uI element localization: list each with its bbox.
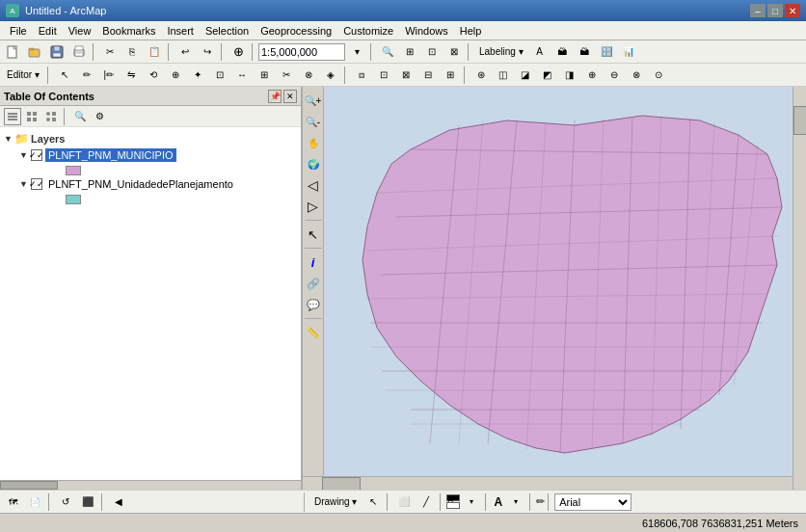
drawing-rect-btn[interactable]: ⬜	[393, 492, 415, 512]
zoom-in-tool[interactable]: 🔍+	[304, 91, 323, 110]
edit-tool12[interactable]: ⊗	[298, 66, 319, 85]
layer2-checkbox[interactable]: ✓	[31, 178, 42, 190]
font-select[interactable]: Arial	[554, 493, 631, 511]
hscroll-thumb[interactable]	[322, 477, 361, 490]
select-tool[interactable]: ↖	[304, 225, 323, 244]
scale-input[interactable]	[258, 43, 345, 61]
redo-btn[interactable]: ↪	[197, 42, 218, 62]
label-tool3[interactable]: 🏔	[574, 42, 595, 62]
edit-more3[interactable]: ◪	[515, 66, 536, 85]
menu-insert[interactable]: Insert	[161, 23, 200, 39]
toc-scroll-thumb[interactable]	[0, 481, 58, 490]
maximize-btn[interactable]: □	[767, 4, 783, 17]
edit-tool2[interactable]: ✏	[76, 66, 97, 85]
tool3[interactable]: ⊡	[421, 42, 443, 62]
layer2-expand[interactable]: ▼	[19, 179, 28, 189]
menu-view[interactable]: View	[63, 23, 97, 39]
add-data-btn[interactable]: ⊕	[228, 42, 249, 62]
toc-view2[interactable]	[23, 108, 40, 125]
tool4[interactable]: ⊠	[443, 42, 465, 62]
menu-bookmarks[interactable]: Bookmarks	[96, 23, 161, 39]
map-scrollbar-vertical[interactable]	[793, 87, 806, 490]
edit-more5[interactable]: ◨	[559, 66, 580, 85]
hyperlink-tool[interactable]: 🔗	[304, 274, 323, 293]
pan-tool[interactable]: ✋	[304, 133, 323, 152]
toc-view3[interactable]	[42, 108, 60, 125]
edit-tool7[interactable]: ✦	[187, 66, 208, 85]
edit-more6[interactable]: ⊕	[581, 66, 603, 85]
layer2-name[interactable]: PLNFT_PNM_UnidadedePlanejamento	[45, 177, 236, 191]
print-btn[interactable]	[68, 42, 90, 62]
copy-btn[interactable]: ⎘	[121, 42, 143, 62]
identify-btn[interactable]: 🔍	[377, 42, 398, 62]
edit-snap4[interactable]: ⊟	[417, 66, 439, 85]
drawing-select-btn[interactable]: ↖	[363, 492, 384, 512]
layers-expand-icon[interactable]: ▼	[4, 134, 13, 144]
full-extent-tool[interactable]: 🌍	[304, 154, 323, 173]
edit-tool4[interactable]: ⇋	[121, 66, 142, 85]
edit-more9[interactable]: ⊙	[648, 66, 669, 85]
layer1-name[interactable]: PLNFT_PNM_MUNICIPIO	[45, 148, 176, 162]
edit-tool1[interactable]: ↖	[54, 66, 75, 85]
edit-tool9[interactable]: ↔	[231, 66, 253, 85]
labeling-btn[interactable]: Labeling ▾	[474, 42, 528, 62]
map-area[interactable]: 🔍+ 🔍- ✋ 🌍 ◁ ▷ ↖ i 🔗 💬 📏 .region-fill { f…	[303, 87, 806, 490]
edit-tool13[interactable]: ◈	[320, 66, 341, 85]
label-tool2[interactable]: 🏔	[551, 42, 573, 62]
edit-tool5[interactable]: ⟲	[143, 66, 164, 85]
minimize-btn[interactable]: –	[750, 4, 766, 17]
label-tool4[interactable]: 🔡	[596, 42, 617, 62]
new-btn[interactable]	[2, 42, 23, 62]
toc-list-view[interactable]	[4, 108, 21, 125]
edit-tool10[interactable]: ⊞	[254, 66, 275, 85]
menu-windows[interactable]: Windows	[399, 23, 454, 39]
edit-more8[interactable]: ⊗	[626, 66, 647, 85]
html-popup-tool[interactable]: 💬	[304, 295, 323, 314]
bottom-refresh-btn[interactable]: ↺	[55, 492, 76, 512]
edit-tool8[interactable]: ⊡	[209, 66, 230, 85]
layer1-expand[interactable]: ▼	[19, 150, 28, 160]
editor-dropdown-btn[interactable]: Editor ▾	[2, 66, 44, 85]
save-btn[interactable]	[46, 42, 67, 62]
menu-customize[interactable]: Customize	[337, 23, 399, 39]
menu-edit[interactable]: Edit	[33, 23, 63, 39]
zoom-out-tool[interactable]: 🔍-	[304, 112, 323, 131]
fill-color-box[interactable]: A	[446, 494, 460, 501]
edit-more7[interactable]: ⊖	[604, 66, 625, 85]
vscroll-thumb[interactable]	[793, 106, 806, 135]
edit-snap5[interactable]: ⊞	[440, 66, 461, 85]
stroke-color-box[interactable]	[446, 502, 460, 509]
next-extent-tool[interactable]: ▷	[304, 197, 323, 216]
edit-snap1[interactable]: ⧈	[351, 66, 372, 85]
edit-more1[interactable]: ⊛	[470, 66, 492, 85]
edit-snap2[interactable]: ⊡	[373, 66, 394, 85]
drawing-dropdown-btn[interactable]: Drawing ▾	[309, 492, 362, 512]
layer1-checkbox[interactable]: ✓	[31, 149, 42, 161]
menu-geoprocessing[interactable]: Geoprocessing	[255, 23, 337, 39]
edit-tool11[interactable]: ✂	[276, 66, 297, 85]
cut-btn[interactable]: ✂	[99, 42, 121, 62]
label-tool5[interactable]: 📊	[618, 42, 639, 62]
identify-tool[interactable]: i	[304, 253, 323, 272]
bottom-layout-btn[interactable]: 📄	[24, 492, 45, 512]
tool2[interactable]: ⊞	[399, 42, 420, 62]
toc-scrollbar-horizontal[interactable]	[0, 480, 301, 490]
paste-btn[interactable]: 📋	[144, 42, 165, 62]
measure-tool[interactable]: 📏	[304, 323, 323, 342]
menu-file[interactable]: File	[4, 23, 33, 39]
bottom-prev-btn[interactable]: ◀	[108, 492, 129, 512]
prev-extent-tool[interactable]: ◁	[304, 175, 323, 195]
menu-selection[interactable]: Selection	[200, 23, 255, 39]
close-btn[interactable]: ✕	[785, 4, 800, 17]
toc-pin-btn[interactable]: 📌	[268, 90, 282, 103]
bottom-stop-btn[interactable]: ⬛	[77, 492, 98, 512]
bottom-map-btn[interactable]: 🗺	[2, 492, 23, 512]
drawing-line-btn[interactable]: ╱	[416, 492, 437, 512]
edit-more4[interactable]: ◩	[537, 66, 558, 85]
scale-dropdown[interactable]: ▾	[346, 42, 367, 62]
edit-snap3[interactable]: ⊠	[395, 66, 416, 85]
map-scrollbar-horizontal[interactable]	[303, 476, 793, 490]
edit-tool3[interactable]: |✏	[98, 66, 120, 85]
open-btn[interactable]	[24, 42, 45, 62]
edit-more2[interactable]: ◫	[493, 66, 514, 85]
